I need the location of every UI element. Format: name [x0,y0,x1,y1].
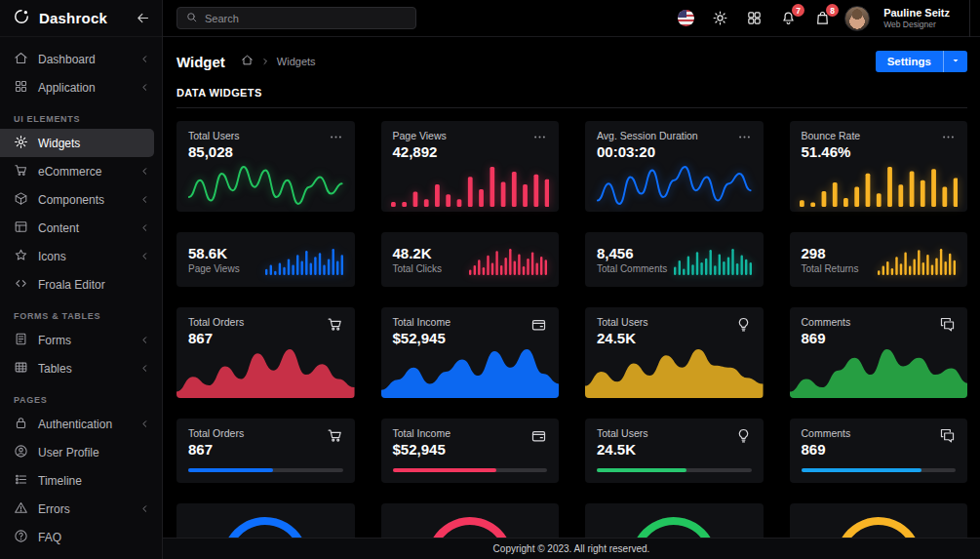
main-column: 78 Pauline Seitz Web Designer Widget Wid… [163,0,980,559]
sidebar-item-icons[interactable]: Icons [0,242,162,270]
ecommerce-icon [14,163,28,180]
progress-fill [802,468,922,472]
progress-track [597,468,752,472]
search-box[interactable] [176,7,416,29]
settings-caret-button[interactable] [943,51,967,72]
sparkline-card: 58.6KPage Views [176,232,355,287]
sidebar-item-label: Authentication [38,418,130,431]
sidebar-item-user-profile[interactable]: User Profile [0,438,162,466]
app-root: Dashrock DashboardApplicationUI ELEMENTS… [0,0,980,559]
bag-icon[interactable]: 8 [814,10,831,26]
row-progress-cards: Total Orders867Total Income$52,945Total … [176,419,967,483]
gauge-card [585,503,764,538]
home-icon [14,51,28,68]
card-chart [265,244,343,275]
card-value: 869 [802,441,851,458]
page-head: Widget Widgets Settings [176,49,967,74]
cart-icon [327,316,343,346]
page-title: Widget [176,54,225,70]
sidebar-item-dashboard[interactable]: Dashboard [0,45,162,73]
sidebar-item-forms[interactable]: Forms [0,326,162,354]
sidebar-item-ecommerce[interactable]: eCommerce [0,157,162,185]
ellipsis-icon[interactable] [532,130,547,160]
chevron-left-icon [139,419,150,429]
card-value: $52,945 [393,441,451,458]
ellipsis-icon[interactable] [941,130,956,160]
card-value: 867 [188,330,244,346]
progress-card: Total Users24.5K [585,419,764,483]
avatar[interactable] [844,6,870,31]
gauge-card [790,503,968,538]
sidebar-item-application[interactable]: Application [0,73,162,101]
sun-icon[interactable] [712,10,728,26]
sidebar-item-label: Timeline [38,474,150,488]
tables-icon [14,360,28,378]
area-card: Total Income$52,945 [381,307,560,398]
area-card: Total Orders867 [176,307,355,398]
stat-chart-card: Bounce Rate51.46% [790,121,968,212]
row-sparklines: 58.6KPage Views48.2KTotal Clicks8,456Tot… [176,232,967,287]
chat-icon [939,316,956,346]
card-title: Total Users [597,427,648,439]
settings-button[interactable]: Settings [876,51,943,72]
row-stat-charts: Total Users85,028Page Views42,892Avg. Se… [176,121,967,212]
card-chart [391,164,550,207]
sidebar-item-froala-editor[interactable]: Froala Editor [0,270,162,299]
application-icon [14,79,28,97]
card-title: Total Users [188,130,240,141]
apps-grid-icon[interactable] [746,10,763,26]
sidebar-item-errors[interactable]: Errors [0,495,162,523]
content-icon [14,220,28,237]
card-chart [381,349,560,398]
progress-card: Total Income$52,945 [381,419,560,483]
sparkline-card: 298Total Returns [790,232,968,287]
card-value: $52,945 [393,330,451,346]
gauge-card [381,503,560,538]
sidebar-item-label: Errors [38,502,130,516]
errors-icon [14,500,28,518]
card-value: 298 [802,245,859,261]
cart-icon [327,427,343,458]
sidebar-item-tables[interactable]: Tables [0,354,162,382]
chevron-left-icon [139,54,150,64]
user-meta[interactable]: Pauline Seitz Web Designer [883,7,950,29]
icons-icon [14,248,28,265]
brand[interactable]: Dashrock [12,7,107,30]
content: Widget Widgets Settings DATA WIDGETS Tot… [163,37,980,538]
sidebar-item-label: Dashboard [38,53,130,66]
ellipsis-icon[interactable] [737,130,752,160]
header-icons: 78 [678,10,831,26]
notification-badge: 8 [826,4,839,17]
sidebar-collapse-button[interactable] [136,11,150,25]
chat-icon [939,427,956,458]
card-title: Total Returns [802,263,859,274]
breadcrumb: Widgets [241,53,316,70]
bulb-icon [735,316,752,346]
footer-text: Copyright © 2023. All right reserved. [493,543,650,554]
sidebar-item-widgets[interactable]: Widgets [0,129,154,157]
sidebar-item-content[interactable]: Content [0,214,162,242]
sidebar: Dashrock DashboardApplicationUI ELEMENTS… [0,0,163,559]
sidebar-item-label: Widgets [38,137,142,150]
flag-us-icon[interactable] [678,10,694,26]
code-icon [14,276,28,294]
card-chart [878,244,956,275]
sidebar-item-timeline[interactable]: Timeline [0,466,162,495]
ellipsis-icon[interactable] [329,130,343,160]
stat-chart-card: Total Users85,028 [176,121,355,212]
sidebar-item-authentication[interactable]: Authentication [0,410,162,438]
bell-icon[interactable]: 7 [780,10,797,26]
progress-fill [188,468,273,472]
progress-fill [393,468,496,472]
sidebar-item-components[interactable]: Components [0,185,162,214]
card-title: Avg. Session Duration [597,130,698,141]
home-icon[interactable] [241,53,254,70]
card-title: Total Income [393,316,451,328]
chevron-left-icon [139,335,150,345]
sidebar-item-label: Forms [38,334,130,347]
sidebar-item-faq[interactable]: FAQ [0,523,162,551]
sparkline-card: 48.2KTotal Clicks [381,232,560,287]
sidebar-item-label: eCommerce [38,165,130,179]
search-input[interactable] [205,13,408,24]
card-title: Total Orders [188,427,244,439]
